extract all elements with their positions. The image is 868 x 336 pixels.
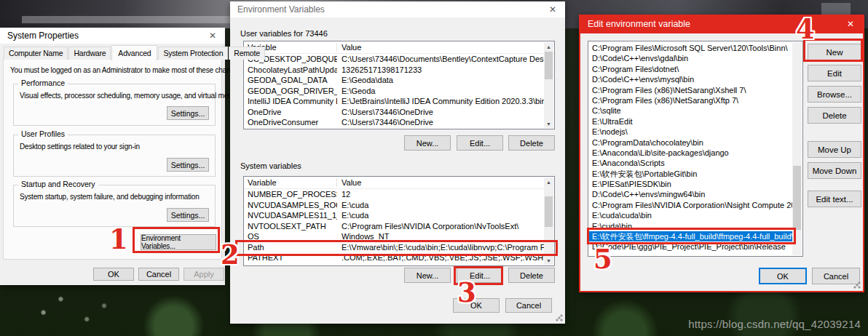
variable-value: E:\Geoda\data	[337, 76, 544, 84]
table-row[interactable]: NVTOOLSEXT_PATHC:\Program Files\NVIDIA C…	[244, 221, 544, 232]
resize-grip[interactable]	[556, 314, 563, 321]
path-list-item[interactable]: E:\UltraEdit	[588, 116, 792, 127]
path-list-item[interactable]: C:\Program Files\NVIDIA Corporation\Nsig…	[588, 200, 792, 210]
table-row[interactable]: GEODA_GDAL_DATAE:\Geoda\data	[244, 75, 544, 86]
user-variables-list[interactable]: Variable Value CC_DESKTOP_JOBQUEUEC:\Use…	[243, 41, 555, 129]
column-value[interactable]: Value	[337, 178, 554, 187]
variable-value: E:\cuda	[337, 201, 544, 209]
path-list-item[interactable]: D:\Code\C++\envs\gdal\bin	[588, 53, 792, 63]
close-icon[interactable]: ✕	[548, 4, 558, 15]
scroll-down-icon[interactable]: ▼	[544, 256, 553, 265]
system-new-button[interactable]: New...	[404, 268, 451, 283]
startup-recovery-description: System startup, system failure, and debu…	[20, 193, 200, 201]
path-list-item[interactable]: C:\Program Files (x86)\NetSarang\Xftp 7\	[588, 95, 792, 105]
table-row[interactable]: OneDriveConsumerC:\Users\73446\OneDrive	[244, 117, 544, 128]
browse-button[interactable]: Browse...	[808, 86, 861, 103]
environment-variables-dialog: Environment Variables ✕ User variables f…	[230, 1, 565, 324]
path-list-item[interactable]: C:\Program Files (x86)\NetSarang\Xshell …	[588, 85, 792, 95]
tab-remote[interactable]: Remote	[229, 47, 265, 60]
edit-button[interactable]: Edit	[808, 65, 861, 81]
path-list-item[interactable]: E:\PIESat\PIESDK\bin	[588, 179, 792, 189]
table-row[interactable]: ChocolateyLastPathUpdate1326251713981712…	[244, 65, 544, 76]
scrollbar-thumb[interactable]	[545, 52, 553, 79]
variable-value: C:\Users\73446\OneDrive	[337, 108, 544, 116]
ok-button[interactable]: OK	[759, 268, 807, 284]
apply-button[interactable]: Apply	[184, 268, 224, 281]
column-value[interactable]: Value	[337, 43, 554, 52]
annotation-box-5	[587, 228, 796, 244]
scroll-up-icon[interactable]: ▲	[544, 42, 553, 51]
move-down-button[interactable]: Move Down	[808, 162, 861, 179]
variable-name: ChocolateyLastPathUpdate	[244, 65, 337, 74]
dialog-title: Environment Variables	[237, 4, 548, 15]
tab-computer-name[interactable]: Computer Name	[4, 47, 68, 60]
resize-grip[interactable]	[853, 281, 861, 289]
tab-strip: Computer Name Hardware Advanced System P…	[4, 47, 266, 60]
table-row[interactable]: NUMBER_OF_PROCESSORS12	[244, 189, 544, 200]
annotation-number-1: 1	[109, 226, 128, 253]
table-row[interactable]: NVCUDASAMPLES11_1_ROOTE:\cuda	[244, 210, 544, 221]
startup-recovery-group-label: Startup and Recovery	[18, 180, 98, 188]
close-icon[interactable]: ✕	[845, 19, 856, 29]
variable-name: GEODA_GDAL_DATA	[244, 76, 337, 84]
performance-settings-button[interactable]: Settings...	[167, 106, 209, 120]
path-entries-list[interactable]: C:\Program Files\Microsoft SQL Server\12…	[588, 41, 803, 257]
table-row[interactable]: CC_DESKTOP_JOBQUEUEC:\Users\73446\Docume…	[244, 54, 544, 65]
path-list-item[interactable]: C:\ProgramData\chocolatey\bin	[588, 137, 792, 148]
path-list-item[interactable]: D:\Code\C++\envs\mingw64\bin	[588, 189, 792, 199]
scrollbar[interactable]: ▲ ▼	[544, 42, 553, 128]
path-list-item[interactable]: E:\nodejs\	[588, 127, 792, 137]
cancel-button[interactable]: Cancel	[138, 268, 179, 281]
variable-value: E:\Geoda	[337, 87, 544, 95]
table-row[interactable]: NVCUDASAMPLES_ROOTE:\cuda	[244, 200, 544, 211]
variable-name: GEODA_OGR_DRIVER_PATH	[244, 87, 337, 95]
variable-value: E:\JetBrains\IntelliJ IDEA Community Edi…	[337, 97, 544, 105]
title-bar[interactable]: System Properties ✕	[0, 28, 225, 44]
table-row[interactable]: OneDriveC:\Users\73446\OneDrive	[244, 107, 544, 118]
scrollbar-thumb[interactable]	[545, 196, 553, 227]
path-list-item[interactable]: C:\Program Files\dotnet\	[588, 64, 792, 74]
user-edit-button[interactable]: Edit...	[457, 135, 503, 151]
variable-value: 12	[337, 190, 544, 199]
startup-recovery-settings-button[interactable]: Settings...	[167, 208, 209, 222]
list-header: Variable Value	[244, 41, 554, 54]
variable-value: C:\Program Files\NVIDIA Corporation\NvTo…	[337, 222, 544, 231]
performance-group-label: Performance	[18, 79, 68, 87]
path-list-item[interactable]: C:\Program Files\Microsoft SQL Server\12…	[588, 43, 792, 53]
ok-button[interactable]: OK	[93, 268, 134, 281]
variable-value: C:\Users\73446\Documents\Bentley\Context…	[337, 55, 544, 63]
scrollbar-thumb[interactable]	[793, 166, 801, 230]
path-list-item[interactable]: E:\Anaconda\Scripts	[588, 158, 792, 168]
annotation-number-4: 4	[796, 16, 815, 43]
variable-name: NVCUDASAMPLES11_1_ROOT	[244, 211, 337, 220]
path-list-item[interactable]: D:\Code\C++\envs\mysql\bin	[588, 74, 792, 84]
edit-text-button[interactable]: Edit text...	[808, 191, 861, 207]
table-row[interactable]: GEODA_OGR_DRIVER_PATHE:\Geoda	[244, 86, 544, 97]
system-delete-button[interactable]: Delete	[508, 268, 555, 283]
cancel-button[interactable]: Cancel	[505, 298, 552, 313]
list-header: Variable Value	[244, 177, 554, 189]
tab-advanced[interactable]: Advanced	[111, 45, 157, 60]
performance-group: Visual effects, processor scheduling, me…	[13, 84, 216, 126]
user-new-button[interactable]: New...	[404, 135, 451, 151]
title-bar[interactable]: Edit environment variable ✕	[579, 15, 864, 33]
table-row[interactable]: IntelliJ IDEA Community Edit...E:\JetBra…	[244, 96, 544, 107]
title-bar[interactable]: Environment Variables ✕	[230, 1, 565, 17]
tab-hardware[interactable]: Hardware	[68, 47, 111, 60]
path-list-item[interactable]: E:\Anaconda\Lib\site-packages\django	[588, 148, 792, 158]
move-up-button[interactable]: Move Up	[808, 141, 861, 158]
column-variable[interactable]: Variable	[244, 178, 337, 187]
user-profiles-settings-button[interactable]: Settings...	[167, 158, 209, 172]
tab-system-protection[interactable]: System Protection	[158, 47, 228, 60]
user-variables-label: User variables for 73446	[240, 29, 328, 38]
user-delete-button[interactable]: Delete	[508, 135, 555, 151]
scrollbar[interactable]	[792, 42, 802, 255]
path-list-item[interactable]: C:\sqlite	[588, 105, 792, 116]
delete-button[interactable]: Delete	[808, 107, 861, 124]
user-profiles-description: Desktop settings related to your sign-in	[20, 143, 140, 151]
close-icon[interactable]: ✕	[208, 31, 218, 41]
path-list-item[interactable]: E:\cuda\cuda\bin	[588, 210, 792, 220]
scroll-up-icon[interactable]: ▲	[544, 177, 553, 186]
path-list-item[interactable]: E:\软件安装包\PortableGit\bin	[588, 169, 792, 179]
scroll-down-icon[interactable]: ▼	[544, 119, 553, 128]
